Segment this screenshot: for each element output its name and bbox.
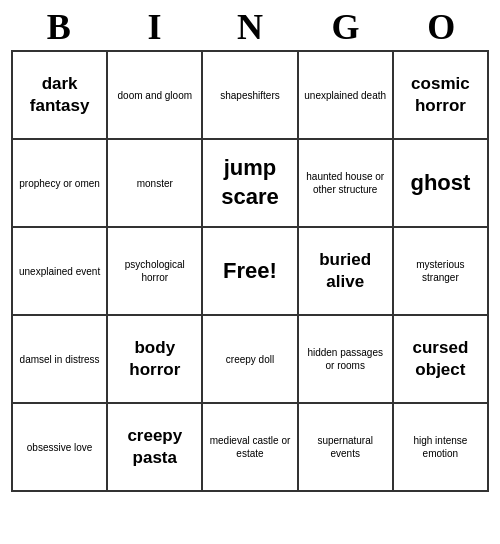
cell-r4-c4: high intense emotion xyxy=(394,404,489,492)
cell-r4-c3: supernatural events xyxy=(299,404,394,492)
cell-r4-c2: medieval castle or estate xyxy=(203,404,298,492)
cell-r2-c1: psychological horror xyxy=(108,228,203,316)
cell-r2-c3: buried alive xyxy=(299,228,394,316)
cell-r3-c0: damsel in distress xyxy=(13,316,108,404)
header-letter: I xyxy=(109,6,199,48)
header-letter: G xyxy=(301,6,391,48)
cell-r3-c1: body horror xyxy=(108,316,203,404)
cell-r1-c1: monster xyxy=(108,140,203,228)
cell-r3-c4: cursed object xyxy=(394,316,489,404)
cell-r0-c1: doom and gloom xyxy=(108,52,203,140)
cell-r4-c1: creepy pasta xyxy=(108,404,203,492)
cell-r1-c3: haunted house or other structure xyxy=(299,140,394,228)
cell-r2-c2: Free! xyxy=(203,228,298,316)
header-letter: N xyxy=(205,6,295,48)
bingo-grid: dark fantasydoom and gloomshapeshiftersu… xyxy=(11,50,489,492)
cell-r0-c3: unexplained death xyxy=(299,52,394,140)
cell-r3-c3: hidden passages or rooms xyxy=(299,316,394,404)
cell-r0-c4: cosmic horror xyxy=(394,52,489,140)
cell-r3-c2: creepy doll xyxy=(203,316,298,404)
header-letter: O xyxy=(396,6,486,48)
cell-r2-c0: unexplained event xyxy=(13,228,108,316)
cell-r0-c0: dark fantasy xyxy=(13,52,108,140)
cell-r1-c4: ghost xyxy=(394,140,489,228)
bingo-card: BINGO dark fantasydoom and gloomshapeshi… xyxy=(5,0,495,498)
header-letter: B xyxy=(14,6,104,48)
cell-r1-c2: jump scare xyxy=(203,140,298,228)
cell-r0-c2: shapeshifters xyxy=(203,52,298,140)
cell-r4-c0: obsessive love xyxy=(13,404,108,492)
bingo-header: BINGO xyxy=(11,6,489,48)
cell-r1-c0: prophecy or omen xyxy=(13,140,108,228)
cell-r2-c4: mysterious stranger xyxy=(394,228,489,316)
